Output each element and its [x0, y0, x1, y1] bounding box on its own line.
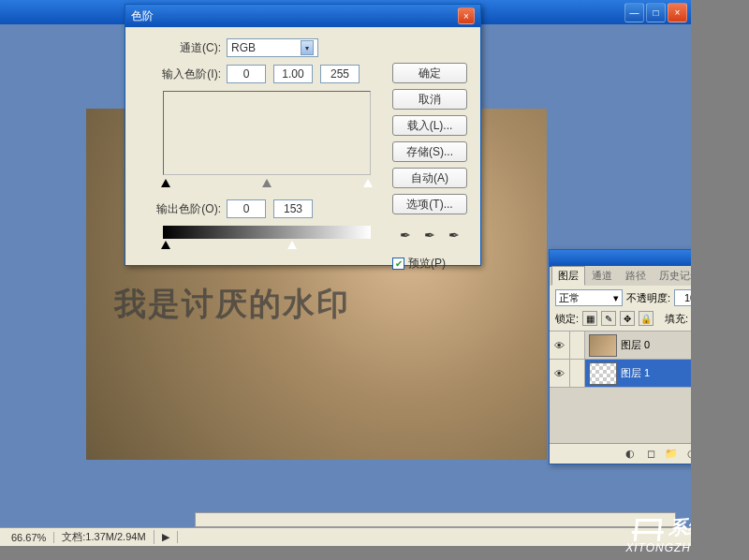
- close-button[interactable]: ×: [668, 3, 687, 22]
- auto-button[interactable]: 自动(A): [392, 168, 467, 188]
- link-column[interactable]: [570, 360, 585, 387]
- layer-name[interactable]: 图层 0: [621, 338, 650, 352]
- zoom-level[interactable]: 66.67%: [4, 532, 54, 543]
- tab-paths[interactable]: 路径: [619, 266, 653, 286]
- visibility-eye-icon[interactable]: 👁: [550, 360, 570, 387]
- layer-thumbnail[interactable]: [589, 362, 617, 385]
- horizontal-scrollbar[interactable]: [195, 512, 676, 527]
- lock-transparency-icon[interactable]: ▦: [582, 311, 597, 326]
- blend-mode-value: 正常: [559, 291, 580, 305]
- ok-button[interactable]: 确定: [392, 63, 467, 83]
- output-levels-label: 输出色阶(O):: [137, 201, 221, 217]
- watermark-text: 我是讨厌的水印: [114, 283, 350, 326]
- black-eyedropper-icon[interactable]: ✒: [396, 226, 415, 244]
- input-black-field[interactable]: 0: [227, 65, 266, 83]
- output-slider-track[interactable]: [163, 241, 371, 252]
- lock-label: 锁定:: [555, 312, 579, 326]
- input-gamma-field[interactable]: 1.00: [273, 65, 313, 83]
- channel-select[interactable]: RGB ▾: [227, 38, 318, 57]
- white-eyedropper-icon[interactable]: ✒: [445, 226, 463, 244]
- channel-label: 通道(C):: [137, 40, 221, 56]
- gray-eyedropper-icon[interactable]: ✒: [420, 226, 439, 244]
- preview-label: 预览(P): [408, 256, 446, 272]
- lock-all-icon[interactable]: 🔒: [639, 311, 654, 326]
- dialog-close-button[interactable]: ×: [458, 7, 475, 24]
- output-white-slider[interactable]: [287, 241, 297, 249]
- minimize-button[interactable]: —: [624, 3, 644, 22]
- output-black-slider[interactable]: [161, 241, 170, 249]
- lock-position-icon[interactable]: ✥: [620, 311, 635, 326]
- output-gradient: [163, 226, 371, 239]
- load-button[interactable]: 载入(L)...: [392, 115, 467, 136]
- input-white-field[interactable]: 255: [320, 65, 360, 83]
- lock-pixels-icon[interactable]: ✎: [601, 311, 616, 326]
- output-white-field[interactable]: 153: [273, 199, 313, 218]
- channel-value: RGB: [231, 41, 256, 54]
- visibility-eye-icon[interactable]: 👁: [550, 332, 570, 359]
- preview-checkbox[interactable]: ✔: [392, 258, 404, 270]
- histogram: [163, 91, 371, 175]
- black-point-slider[interactable]: [161, 179, 170, 187]
- chevron-down-icon: ▾: [613, 292, 619, 304]
- right-workspace: [691, 0, 749, 560]
- fill-label: 填充:: [665, 312, 688, 326]
- layer-name[interactable]: 图层 1: [621, 366, 650, 380]
- cancel-button[interactable]: 取消: [392, 89, 467, 110]
- output-black-field[interactable]: 0: [227, 199, 266, 218]
- maximize-button[interactable]: □: [646, 3, 666, 22]
- doc-size: 文档:1.37M/2.94M: [54, 530, 154, 544]
- link-column[interactable]: [570, 332, 585, 359]
- status-bar: 66.67% 文档:1.37M/2.94M ▶: [0, 527, 691, 546]
- dialog-titlebar[interactable]: 色阶 ×: [125, 5, 480, 27]
- layer-mask-icon[interactable]: ◻: [643, 447, 658, 462]
- dialog-title: 色阶: [131, 8, 154, 24]
- input-levels-label: 输入色阶(I):: [137, 66, 221, 82]
- levels-dialog: 色阶 × 通道(C): RGB ▾ 输入色阶(I): 0 1.00 255 输出…: [125, 4, 481, 266]
- new-group-icon[interactable]: 📁: [664, 447, 679, 462]
- input-slider-track[interactable]: [163, 179, 371, 190]
- options-button[interactable]: 选项(T)...: [392, 194, 467, 214]
- house-icon: [633, 519, 662, 541]
- layer-thumbnail[interactable]: [589, 334, 617, 357]
- midtone-slider[interactable]: [262, 179, 272, 187]
- status-arrow-icon[interactable]: ▶: [154, 531, 178, 543]
- white-point-slider[interactable]: [363, 179, 373, 187]
- layer-style-icon[interactable]: ◐: [623, 447, 638, 462]
- chevron-down-icon: ▾: [301, 40, 314, 55]
- opacity-label: 不透明度:: [626, 291, 670, 305]
- tab-channels[interactable]: 通道: [585, 266, 619, 286]
- blend-mode-select[interactable]: 正常 ▾: [555, 289, 623, 306]
- save-button[interactable]: 存储(S)...: [392, 141, 467, 162]
- tab-layers[interactable]: 图层: [551, 266, 585, 286]
